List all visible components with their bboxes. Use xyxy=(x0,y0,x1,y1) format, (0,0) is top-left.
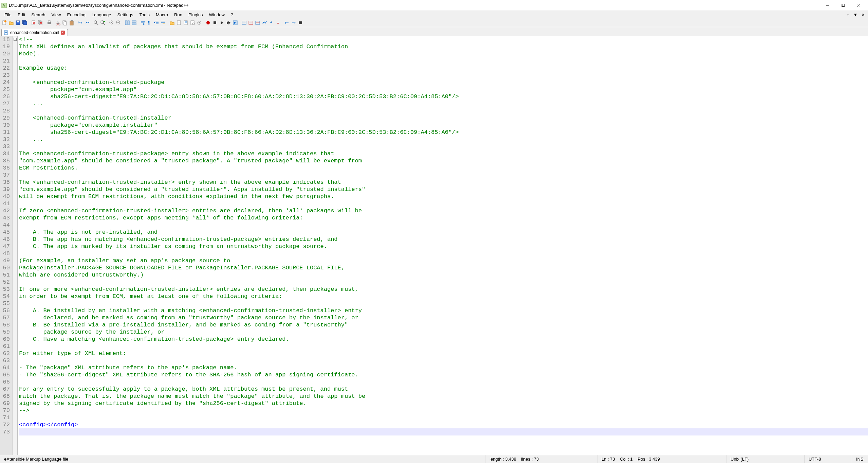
record-icon[interactable] xyxy=(205,20,211,26)
svg-text:✕: ✕ xyxy=(40,21,42,25)
close-all-icon[interactable]: ✕ xyxy=(37,20,43,26)
outdent-icon[interactable] xyxy=(160,20,166,26)
tab-label: enhanced-confirmation.xml xyxy=(10,30,59,35)
svg-line-26 xyxy=(96,23,98,25)
svg-rect-24 xyxy=(71,20,73,21)
ext1-icon[interactable] xyxy=(241,20,247,26)
ext5-icon[interactable] xyxy=(268,20,274,26)
sync-h-icon[interactable] xyxy=(131,20,137,26)
menu-run[interactable]: Run xyxy=(171,12,185,18)
svg-rect-46 xyxy=(177,21,181,25)
replace-icon[interactable] xyxy=(100,20,106,26)
zoom-in-icon[interactable] xyxy=(109,20,115,26)
doc-map-icon[interactable] xyxy=(176,20,182,26)
app-icon xyxy=(1,3,7,8)
print-icon[interactable] xyxy=(46,20,52,26)
fold-column[interactable]: - xyxy=(13,36,18,455)
svg-rect-37 xyxy=(132,21,136,22)
status-position: Ln : 73 Col : 1 Pos : 3,439 xyxy=(597,455,726,463)
svg-text:¶: ¶ xyxy=(148,20,150,25)
func-list-icon[interactable] xyxy=(183,20,189,26)
stop-icon[interactable] xyxy=(212,20,218,26)
ext8-icon[interactable] xyxy=(291,20,297,26)
ext7-icon[interactable] xyxy=(284,20,290,26)
editor[interactable]: 18 19 20 21 22 23 24 25 26 27 28 29 30 3… xyxy=(0,36,868,455)
svg-rect-47 xyxy=(178,22,180,22)
ext6-icon[interactable] xyxy=(275,20,281,26)
svg-rect-3 xyxy=(842,4,845,6)
window-title: D:\Dumps\A15_Beta1\system\system\etc\sys… xyxy=(9,3,820,8)
wordwrap-icon[interactable] xyxy=(140,20,146,26)
status-insert[interactable]: INS xyxy=(852,455,868,463)
maximize-button[interactable] xyxy=(835,0,851,11)
menu-x-icon[interactable]: ✕ xyxy=(859,11,867,18)
menu-file[interactable]: File xyxy=(1,12,15,18)
menu-dropdown-icon[interactable]: ▼ xyxy=(852,11,859,18)
show-all-chars-icon[interactable]: ¶ xyxy=(147,20,153,26)
save-icon[interactable] xyxy=(15,20,21,26)
svg-point-25 xyxy=(94,21,97,23)
menu-window[interactable]: Window xyxy=(206,12,228,18)
save-macro-icon[interactable] xyxy=(232,20,238,26)
ext2-icon[interactable] xyxy=(248,20,254,26)
ext4-icon[interactable] xyxy=(261,20,267,26)
svg-rect-35 xyxy=(125,21,127,25)
svg-line-28 xyxy=(103,23,105,25)
menu-help[interactable]: ? xyxy=(228,12,236,18)
svg-text:✕: ✕ xyxy=(33,21,35,25)
svg-rect-22 xyxy=(64,22,67,25)
indent-icon[interactable] xyxy=(153,20,160,26)
zoom-out-icon[interactable] xyxy=(115,20,122,26)
menu-plus-icon[interactable]: + xyxy=(844,11,852,18)
svg-rect-56 xyxy=(214,21,216,24)
ext9-icon[interactable] xyxy=(297,20,303,26)
new-file-icon[interactable] xyxy=(1,20,7,26)
svg-rect-36 xyxy=(128,21,129,25)
paste-icon[interactable] xyxy=(69,20,75,26)
svg-rect-18 xyxy=(48,21,50,22)
menu-macro[interactable]: Macro xyxy=(153,12,171,18)
menu-settings[interactable]: Settings xyxy=(114,12,136,18)
svg-rect-11 xyxy=(23,21,27,25)
svg-point-29 xyxy=(104,21,105,22)
tabbar: enhanced-confirmation.xml ✕ xyxy=(0,27,868,36)
menu-edit[interactable]: Edit xyxy=(15,12,28,18)
status-encoding[interactable]: UTF-8 xyxy=(805,455,852,463)
status-filetype: eXtensible Markup Language file xyxy=(0,455,485,463)
minimize-button[interactable] xyxy=(820,0,835,11)
statusbar: eXtensible Markup Language file length :… xyxy=(0,455,868,463)
close-file-icon[interactable]: ✕ xyxy=(31,20,37,26)
menu-search[interactable]: Search xyxy=(28,12,48,18)
find-icon[interactable] xyxy=(93,20,99,26)
save-all-icon[interactable] xyxy=(22,20,28,26)
svg-rect-64 xyxy=(299,21,302,24)
doc-list-icon[interactable] xyxy=(189,20,196,26)
svg-rect-2 xyxy=(842,4,844,6)
svg-point-7 xyxy=(4,20,6,22)
menu-language[interactable]: Language xyxy=(89,12,114,18)
ext3-icon[interactable] xyxy=(255,20,261,26)
play-icon[interactable] xyxy=(219,20,225,26)
redo-icon[interactable] xyxy=(84,20,90,26)
menu-plugins[interactable]: Plugins xyxy=(185,12,206,18)
undo-icon[interactable] xyxy=(77,20,84,26)
titlebar: D:\Dumps\A15_Beta1\system\system\etc\sys… xyxy=(0,0,868,11)
svg-rect-58 xyxy=(242,21,246,24)
open-file-icon[interactable] xyxy=(8,20,14,26)
tab-close-icon[interactable]: ✕ xyxy=(61,31,65,35)
folder-icon[interactable] xyxy=(169,20,175,26)
menu-tools[interactable]: Tools xyxy=(136,12,153,18)
menu-encoding[interactable]: Encoding xyxy=(64,12,89,18)
close-button[interactable] xyxy=(851,0,867,11)
status-eol[interactable]: Unix (LF) xyxy=(726,455,805,463)
menu-view[interactable]: View xyxy=(49,12,64,18)
cut-icon[interactable] xyxy=(55,20,61,26)
monitor-icon[interactable] xyxy=(196,20,202,26)
copy-icon[interactable] xyxy=(62,20,68,26)
play-multi-icon[interactable] xyxy=(225,20,232,26)
code-content[interactable]: <!--This XML defines an allowlist of pac… xyxy=(18,36,868,455)
svg-rect-66 xyxy=(5,32,7,32)
tab-file[interactable]: enhanced-confirmation.xml ✕ xyxy=(1,29,68,36)
svg-point-27 xyxy=(101,21,104,23)
sync-v-icon[interactable] xyxy=(124,20,130,26)
